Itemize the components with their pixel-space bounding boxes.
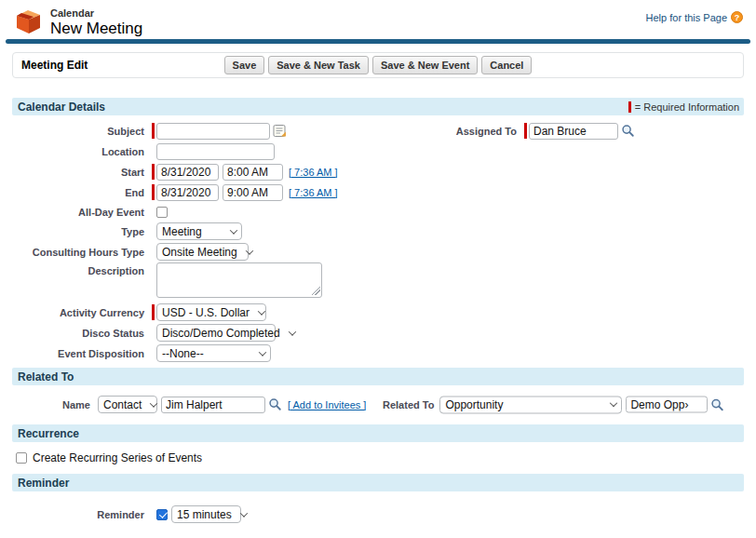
section-header-recurrence: Recurrence — [12, 424, 744, 442]
description-label: Description — [12, 262, 152, 276]
recurrence-title: Recurrence — [18, 427, 79, 440]
lookup-icon[interactable] — [621, 124, 635, 138]
start-required-bar — [152, 164, 155, 180]
end-time-link[interactable]: [ 7:36 AM ] — [289, 187, 338, 198]
name-type-select[interactable]: Contact — [98, 396, 157, 413]
start-label: Start — [12, 167, 152, 178]
save-new-event-button-top[interactable]: Save & New Event — [372, 56, 478, 74]
recurrence-checkbox[interactable] — [16, 452, 27, 464]
assigned-to-label: Assigned To — [431, 126, 524, 137]
related-to-label: Related To — [383, 399, 439, 410]
page-title: New Meeting — [50, 20, 142, 38]
location-label: Location — [12, 146, 152, 157]
page-header: Calendar New Meeting Help for this Page … — [0, 0, 756, 39]
consulting-hours-type-label: Consulting Hours Type — [12, 247, 152, 258]
section-header-reminder: Reminder — [12, 474, 744, 491]
calendar-details-form: Subject Assigned To Loc — [0, 115, 756, 368]
type-select-value: Meeting — [162, 225, 202, 238]
activity-currency-required-bar — [152, 304, 155, 320]
reminder-checkbox[interactable] — [156, 509, 168, 520]
related-to-title: Related To — [18, 370, 74, 383]
required-legend-text: = Required Information — [635, 101, 739, 113]
cancel-button-top[interactable]: Cancel — [481, 56, 532, 74]
help-link[interactable]: Help for this Page ? — [646, 11, 743, 23]
top-button-bar: Save Save & New Task Save & New Event Ca… — [224, 56, 533, 74]
subject-input[interactable] — [156, 123, 270, 140]
required-legend: = Required Information — [628, 101, 739, 113]
consulting-hours-type-value: Onsite Meeting — [162, 246, 237, 259]
related-to-type-select[interactable]: Opportunity — [439, 396, 622, 413]
disco-status-label: Disco Status — [12, 328, 152, 339]
name-label: Name — [12, 399, 98, 410]
all-day-checkbox[interactable] — [156, 207, 168, 218]
chevron-down-icon — [239, 509, 247, 517]
help-icon[interactable]: ? — [731, 11, 743, 23]
related-to-type-value: Opportunity — [445, 398, 503, 411]
type-select[interactable]: Meeting — [156, 222, 242, 240]
calendar-app-icon — [12, 7, 44, 35]
recurrence-checkbox-label: Create Recurring Series of Events — [33, 451, 202, 464]
related-to-input[interactable] — [626, 397, 708, 413]
end-label: End — [12, 187, 152, 198]
save-button-top[interactable]: Save — [224, 56, 265, 74]
chevron-down-icon — [288, 328, 295, 335]
disco-status-value: Disco/Demo Completed — [162, 327, 280, 340]
name-type-value: Contact — [103, 398, 142, 411]
description-textarea[interactable] — [156, 262, 322, 298]
subject-label: Subject — [12, 126, 152, 137]
end-required-bar — [152, 184, 155, 200]
chevron-down-icon — [245, 247, 252, 254]
disco-status-select[interactable]: Disco/Demo Completed — [156, 324, 276, 342]
assigned-to-input[interactable] — [529, 123, 618, 140]
location-input[interactable] — [156, 143, 275, 160]
reminder-title: Reminder — [18, 477, 69, 490]
chevron-down-icon — [259, 348, 266, 356]
related-to-form: Name Contact [ Add to Invitees ] Related… — [0, 385, 756, 424]
breadcrumb: Calendar — [50, 7, 142, 19]
reminder-label: Reminder — [12, 509, 152, 520]
lookup-icon[interactable] — [268, 397, 282, 411]
header-titles: Calendar New Meeting — [50, 7, 142, 38]
end-time-input[interactable] — [223, 184, 283, 201]
combobox-icon[interactable] — [273, 124, 287, 138]
reminder-select-value: 15 minutes — [177, 508, 232, 521]
event-disposition-label: Event Disposition — [12, 348, 152, 359]
lookup-icon[interactable] — [710, 397, 724, 411]
meeting-edit-header: Meeting Edit Save Save & New Task Save &… — [12, 52, 744, 78]
event-disposition-select[interactable]: --None-- — [156, 344, 271, 362]
all-day-label: All-Day Event — [12, 207, 152, 218]
start-date-input[interactable] — [156, 164, 219, 181]
event-disposition-value: --None-- — [162, 347, 204, 360]
chevron-down-icon — [610, 399, 617, 407]
calendar-details-title: Calendar Details — [18, 101, 105, 114]
activity-currency-select[interactable]: USD - U.S. Dollar — [156, 303, 266, 321]
add-to-invitees-link[interactable]: [ Add to Invitees ] — [288, 399, 366, 410]
start-time-link[interactable]: [ 7:36 AM ] — [289, 167, 338, 178]
chevron-down-icon — [150, 399, 157, 407]
chevron-down-icon — [258, 307, 265, 315]
chevron-down-icon — [230, 226, 237, 234]
assigned-to-required-bar — [524, 123, 527, 139]
help-link-label: Help for this Page — [646, 12, 727, 23]
activity-currency-value: USD - U.S. Dollar — [162, 306, 250, 319]
name-input[interactable] — [161, 397, 265, 413]
reminder-select[interactable]: 15 minutes — [171, 505, 241, 523]
activity-currency-label: Activity Currency — [12, 307, 152, 318]
section-header-related-to: Related To — [12, 368, 744, 385]
save-new-task-button-top[interactable]: Save & New Task — [268, 56, 369, 74]
required-bar-icon — [628, 101, 631, 113]
consulting-hours-type-select[interactable]: Onsite Meeting — [156, 243, 249, 261]
section-header-calendar-details: Calendar Details = Required Information — [12, 98, 744, 115]
section-title-meeting-edit: Meeting Edit — [21, 59, 88, 72]
start-time-input[interactable] — [223, 164, 283, 181]
end-date-input[interactable] — [156, 184, 219, 201]
theme-bar — [6, 39, 750, 44]
subject-required-bar — [152, 123, 155, 139]
type-label: Type — [12, 226, 152, 237]
